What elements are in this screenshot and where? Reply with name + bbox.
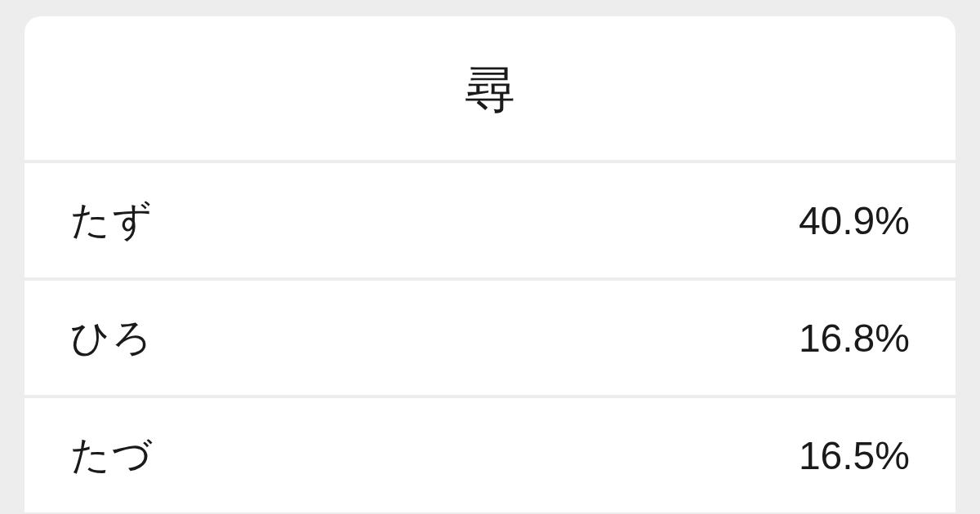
list-item[interactable]: たず 40.9% <box>24 163 956 281</box>
kanji-title: 尋 <box>24 55 956 124</box>
list-item[interactable]: ひろ 16.8% <box>24 281 956 398</box>
reading-percent: 16.5% <box>799 433 910 478</box>
reading-percent: 16.8% <box>799 316 910 361</box>
reading-label: たず <box>70 194 154 246</box>
readings-card: 尋 たず 40.9% ひろ 16.8% たづ 16.5% <box>24 16 956 514</box>
reading-label: ひろ <box>70 312 154 364</box>
list-item[interactable]: たづ 16.5% <box>24 398 956 514</box>
reading-percent: 40.9% <box>799 198 910 243</box>
card-header: 尋 <box>24 16 956 163</box>
reading-label: たづ <box>70 429 154 481</box>
